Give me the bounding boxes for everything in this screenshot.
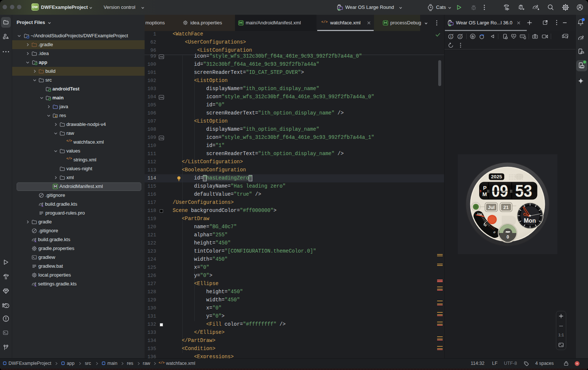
svg-text:1: 1 bbox=[450, 35, 452, 38]
svg-text:53: 53 bbox=[515, 181, 532, 201]
svg-text:21: 21 bbox=[504, 205, 509, 210]
svg-text:P: P bbox=[483, 185, 487, 191]
svg-text:2025: 2025 bbox=[491, 174, 502, 179]
svg-text:2: 2 bbox=[459, 35, 461, 38]
svg-text:09: 09 bbox=[492, 181, 508, 201]
svg-text:Jul: Jul bbox=[488, 205, 495, 210]
svg-text:Mon: Mon bbox=[524, 217, 536, 224]
svg-text:0: 0 bbox=[506, 234, 509, 240]
svg-text:M: M bbox=[482, 191, 487, 197]
